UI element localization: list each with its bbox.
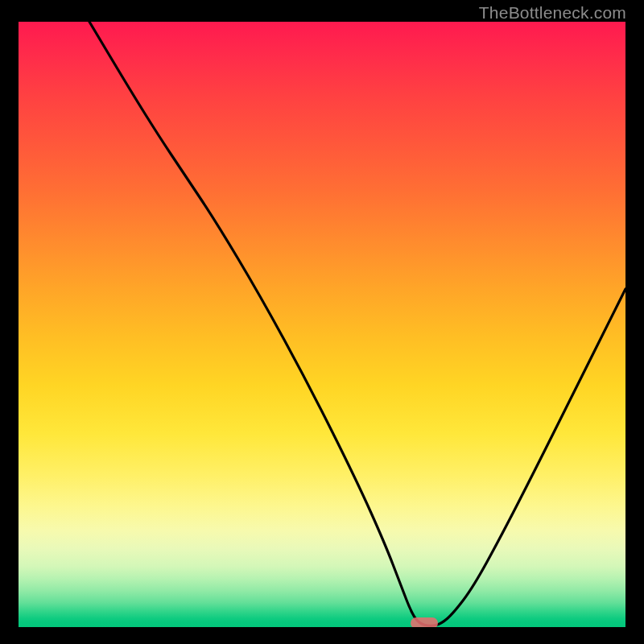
chart-frame: TheBottleneck.com <box>0 0 644 644</box>
watermark-text: TheBottleneck.com <box>479 3 626 23</box>
plot-area <box>19 22 625 627</box>
bottleneck-curve <box>19 22 625 627</box>
optimal-point-marker <box>411 617 438 627</box>
